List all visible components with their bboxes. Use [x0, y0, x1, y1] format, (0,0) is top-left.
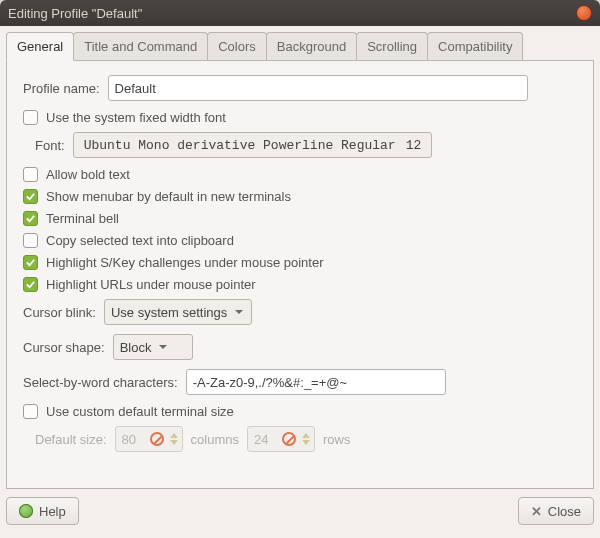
check-icon: [25, 257, 36, 268]
spin-arrows: [302, 433, 310, 445]
default-columns-value: 80: [122, 432, 144, 447]
tab-background[interactable]: Background: [266, 32, 357, 60]
highlight-skey-label[interactable]: Highlight S/Key challenges under mouse p…: [46, 255, 324, 270]
spin-arrows: [170, 433, 178, 445]
font-size: 12: [406, 138, 422, 153]
use-custom-size-label[interactable]: Use custom default terminal size: [46, 404, 234, 419]
select-by-word-input[interactable]: [186, 369, 446, 395]
default-rows-value: 24: [254, 432, 276, 447]
use-system-font-label[interactable]: Use the system fixed width font: [46, 110, 226, 125]
chevron-up-icon: [170, 433, 178, 438]
default-size-label: Default size:: [35, 432, 107, 447]
close-icon: ✕: [531, 504, 542, 519]
forbidden-icon: [150, 432, 164, 446]
default-rows-spin: 24: [247, 426, 315, 452]
chevron-up-icon: [302, 433, 310, 438]
chevron-down-icon: [159, 345, 167, 349]
use-custom-size-checkbox[interactable]: [23, 404, 38, 419]
titlebar: Editing Profile "Default": [0, 0, 600, 26]
tab-title-and-command[interactable]: Title and Command: [73, 32, 208, 60]
tab-panel-general: Profile name: Use the system fixed width…: [6, 61, 594, 489]
rows-label: rows: [323, 432, 350, 447]
cursor-shape-label: Cursor shape:: [23, 340, 105, 355]
help-button[interactable]: Help: [6, 497, 79, 525]
chevron-down-icon: [302, 440, 310, 445]
profile-name-input[interactable]: [108, 75, 528, 101]
cursor-blink-combo[interactable]: Use system settings: [104, 299, 252, 325]
select-by-word-label: Select-by-word characters:: [23, 375, 178, 390]
window-close-button[interactable]: [576, 5, 592, 21]
tab-scrolling[interactable]: Scrolling: [356, 32, 428, 60]
close-button-label: Close: [548, 504, 581, 519]
check-icon: [25, 213, 36, 224]
cursor-blink-value: Use system settings: [111, 305, 227, 320]
terminal-bell-checkbox[interactable]: [23, 211, 38, 226]
terminal-bell-label[interactable]: Terminal bell: [46, 211, 119, 226]
allow-bold-label[interactable]: Allow bold text: [46, 167, 130, 182]
default-columns-spin: 80: [115, 426, 183, 452]
window-body: General Title and Command Colors Backgro…: [0, 26, 600, 538]
columns-label: columns: [191, 432, 239, 447]
window-title: Editing Profile "Default": [8, 6, 576, 21]
cursor-blink-label: Cursor blink:: [23, 305, 96, 320]
font-name: Ubuntu Mono derivative Powerline Regular: [84, 138, 396, 153]
show-menubar-checkbox[interactable]: [23, 189, 38, 204]
chevron-down-icon: [170, 440, 178, 445]
tab-general[interactable]: General: [6, 32, 74, 61]
copy-selected-text-checkbox[interactable]: [23, 233, 38, 248]
highlight-urls-label[interactable]: Highlight URLs under mouse pointer: [46, 277, 256, 292]
font-chooser-button[interactable]: Ubuntu Mono derivative Powerline Regular…: [73, 132, 433, 158]
show-menubar-label[interactable]: Show menubar by default in new terminals: [46, 189, 291, 204]
check-icon: [25, 191, 36, 202]
tab-colors[interactable]: Colors: [207, 32, 267, 60]
forbidden-icon: [282, 432, 296, 446]
font-label: Font:: [35, 138, 65, 153]
profile-name-label: Profile name:: [23, 81, 100, 96]
allow-bold-checkbox[interactable]: [23, 167, 38, 182]
tab-compatibility[interactable]: Compatibility: [427, 32, 523, 60]
help-icon: [19, 504, 33, 518]
close-button[interactable]: ✕ Close: [518, 497, 594, 525]
help-button-label: Help: [39, 504, 66, 519]
highlight-skey-checkbox[interactable]: [23, 255, 38, 270]
tab-bar: General Title and Command Colors Backgro…: [6, 32, 594, 61]
cursor-shape-value: Block: [120, 340, 152, 355]
check-icon: [25, 279, 36, 290]
copy-selected-text-label[interactable]: Copy selected text into clipboard: [46, 233, 234, 248]
highlight-urls-checkbox[interactable]: [23, 277, 38, 292]
dialog-footer: Help ✕ Close: [6, 497, 594, 525]
use-system-font-checkbox[interactable]: [23, 110, 38, 125]
cursor-shape-combo[interactable]: Block: [113, 334, 193, 360]
chevron-down-icon: [235, 310, 243, 314]
